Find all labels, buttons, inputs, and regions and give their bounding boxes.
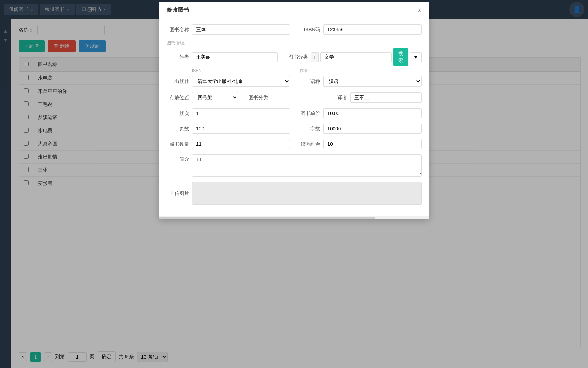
location-label: 存放位置	[166, 94, 189, 101]
modal-bottom-scrollbar[interactable]	[159, 216, 429, 219]
translator-input[interactable]	[350, 92, 422, 103]
modal-title: 修改图书	[166, 6, 189, 14]
form-row-4: 出版社 清华大学出版社-北京 语种 汉语	[166, 76, 422, 87]
form-group-language: 语种 汉语	[298, 76, 422, 87]
publisher-select[interactable]: 清华大学出版社-北京	[192, 76, 290, 87]
form-group-publisher: 出版社 清华大学出版社-北京	[166, 76, 290, 87]
upload-label: 上传图片	[166, 190, 189, 197]
remaining-input[interactable]	[323, 139, 422, 149]
edition-input[interactable]	[192, 108, 290, 118]
form-group-collection: 藏书数量	[166, 139, 290, 149]
form-subtitle: 图书管理	[166, 40, 184, 46]
author2-label: 作者：	[300, 68, 312, 74]
upload-area[interactable]	[192, 182, 422, 205]
remaining-label: 馆内剩余	[298, 141, 320, 148]
book-name-input[interactable]	[192, 24, 290, 35]
modal-overlay: 修改图书 × 图书名称 ISBN码 图书管理	[0, 0, 588, 368]
form-row-subtitle: 图书管理	[166, 40, 422, 46]
form-group-translator: 译者	[325, 92, 422, 103]
modal-header: 修改图书 ×	[159, 2, 429, 18]
edition-label: 版次	[166, 110, 189, 117]
book-name-label: 图书名称	[166, 26, 189, 33]
form-row-upload: 上传图片	[166, 182, 422, 205]
author-input[interactable]	[192, 52, 278, 62]
category-search-btn[interactable]: 搜索	[393, 48, 408, 66]
category-input-group: I 搜索 ▼	[311, 48, 422, 66]
isbn-input[interactable]	[323, 24, 422, 35]
price-label: 图书单价	[298, 110, 320, 117]
pages-input[interactable]	[192, 124, 290, 134]
form-row-1: 图书名称 ISBN码	[166, 24, 422, 35]
category-input[interactable]	[320, 52, 392, 62]
form-group-upload: 上传图片	[166, 182, 422, 205]
collection-input[interactable]	[192, 139, 290, 149]
location-select[interactable]: 四号架	[192, 92, 238, 103]
form-group-author: 作者	[166, 52, 278, 62]
form-group-location: 存放位置 四号架	[166, 92, 238, 103]
language-label: 语种	[298, 78, 320, 85]
char-count-label: 字数	[298, 125, 320, 132]
form-row-6: 版次 图书单价	[166, 108, 422, 118]
form-group-category: 图书分类 I 搜索 ▼	[285, 48, 422, 66]
isbn-label: ISBN码	[298, 26, 320, 33]
form-row-isbn2: ISBN： 作者：	[166, 68, 422, 74]
language-select[interactable]: 汉语	[323, 76, 422, 87]
category-label: 图书分类	[285, 54, 308, 60]
modal-bottom-scrollbar-thumb	[159, 217, 375, 219]
form-group-pages: 页数	[166, 124, 290, 134]
category-prefix: I	[311, 52, 319, 62]
publisher-label: 出版社	[166, 78, 189, 85]
pages-label: 页数	[166, 125, 189, 132]
modal-body: 图书名称 ISBN码 图书管理 作者 图书分类	[159, 18, 429, 216]
form-row-3: 作者 图书分类 I 搜索 ▼	[166, 48, 422, 66]
intro-label: 简介	[166, 154, 189, 163]
form-group-edition: 版次	[166, 108, 290, 118]
form-group-chars: 字数	[298, 124, 422, 134]
edit-book-modal: 修改图书 × 图书名称 ISBN码 图书管理	[159, 2, 429, 219]
form-group-intro: 简介	[166, 154, 422, 177]
char-count-input[interactable]	[323, 124, 422, 134]
intro-textarea[interactable]	[192, 154, 422, 177]
form-group-isbn: ISBN码	[298, 24, 422, 35]
form-row-8: 藏书数量 馆内剩余	[166, 139, 422, 149]
form-group-category2: 图书分类	[246, 94, 317, 101]
isbn2-label: ISBN：	[192, 68, 206, 74]
form-group-bookname: 图书名称	[166, 24, 290, 35]
author-label: 作者	[166, 54, 189, 60]
form-row-intro: 简介	[166, 154, 422, 177]
category-expand-btn[interactable]: ▼	[410, 52, 422, 62]
price-input[interactable]	[323, 108, 422, 118]
category2-label: 图书分类	[246, 94, 268, 101]
translator-label: 译者	[325, 94, 347, 101]
form-group-price: 图书单价	[298, 108, 422, 118]
modal-close-button[interactable]: ×	[417, 7, 422, 14]
form-row-5: 存放位置 四号架 图书分类 译者	[166, 92, 422, 103]
collection-label: 藏书数量	[166, 141, 189, 148]
form-group-remaining: 馆内剩余	[298, 139, 422, 149]
form-row-7: 页数 字数	[166, 124, 422, 134]
